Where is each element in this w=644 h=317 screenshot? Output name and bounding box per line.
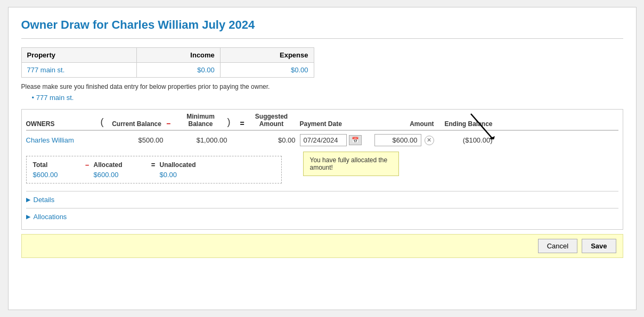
allocations-label: Allocations (34, 213, 67, 221)
col-amount: Amount (365, 120, 434, 128)
owner-current-balance: $500.00 (110, 136, 164, 144)
col-expense-header: Expense (220, 48, 314, 63)
alloc-unallocated-header: Unallocated (160, 161, 213, 169)
owners-headers: OWNERS ( Current Balance – Minimum Balan… (26, 110, 618, 130)
cancel-button[interactable]: Cancel (538, 239, 577, 253)
page-title: Owner Draw for Charles William July 2024 (21, 18, 623, 32)
property-table: Property Income Expense 777 main st. $0.… (21, 47, 314, 78)
payment-date-input[interactable] (300, 134, 347, 146)
notice-text: Please make sure you finished data entry… (21, 83, 453, 90)
col-payment-date: Payment Date (296, 120, 365, 128)
allocations-section: ▶ Allocations (26, 208, 618, 225)
owners-table: OWNERS ( Current Balance – Minimum Balan… (21, 109, 623, 230)
callout-arrow (466, 113, 498, 141)
details-expand-arrow: ▶ (26, 196, 30, 203)
owner-suggested-amount: $0.00 (248, 136, 296, 144)
alloc-minus: – (81, 161, 94, 169)
allocations-expand-row[interactable]: ▶ Allocations (26, 213, 618, 221)
main-container: Owner Draw for Charles William July 2024… (8, 7, 637, 310)
alloc-allocated-header: Allocated (94, 161, 147, 169)
alloc-total-val: $600.00 (33, 171, 81, 179)
equals-sign: = (237, 119, 248, 128)
alloc-allocated-val: $600.00 (94, 171, 147, 179)
paren-open: ( (101, 116, 110, 128)
alloc-total-header: Total (33, 161, 81, 169)
save-button[interactable]: Save (582, 239, 616, 253)
details-expand-row[interactable]: ▶ Details (26, 196, 618, 204)
col-income-header: Income (137, 48, 221, 63)
owners-label: OWNERS (26, 120, 101, 128)
property-row: 777 main st. $0.00 $0.00 (21, 63, 314, 78)
owner-name: Charles William (26, 136, 101, 144)
property-expense: $0.00 (220, 63, 314, 78)
minus-sign: – (164, 119, 174, 128)
allocations-expand-arrow: ▶ (26, 213, 30, 220)
allocation-row: Total – Allocated = Unallocated $600.00 … (26, 152, 618, 187)
col-minimum-balance: Minimum Balance (174, 113, 227, 128)
col-suggested-amount: Suggested Amount (248, 113, 296, 128)
alloc-unallocated-val: $0.00 (160, 171, 213, 179)
footer-bar: Cancel Save (21, 234, 623, 258)
col-current-balance: Current Balance (110, 120, 164, 128)
alloc-equals: = (147, 161, 160, 169)
property-income: $0.00 (137, 63, 221, 78)
allocation-box: Total – Allocated = Unallocated $600.00 … (26, 156, 282, 183)
alloc-tooltip: You have fully allocated the amount! (303, 152, 399, 176)
amount-input[interactable] (374, 134, 421, 146)
svg-line-0 (471, 114, 492, 138)
clear-amount-button[interactable]: ✕ (425, 136, 434, 145)
calendar-button[interactable]: 📅 (349, 135, 362, 145)
details-label: Details (34, 196, 55, 204)
col-property-header: Property (21, 48, 137, 63)
owner-row: Charles William $500.00 $1,000.00 $0.00 … (26, 130, 618, 149)
owner-minimum-balance: $1,000.00 (174, 136, 227, 144)
property-name: 777 main st. (21, 63, 137, 78)
bullet-property: • 777 main st. (32, 94, 453, 102)
divider (21, 38, 623, 39)
details-section: ▶ Details (26, 191, 618, 208)
paren-close: ) (227, 116, 237, 128)
